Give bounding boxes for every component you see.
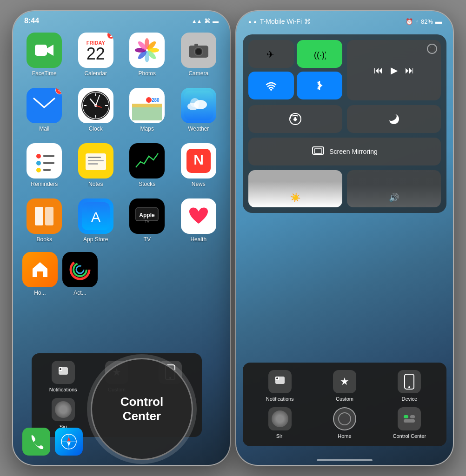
wifi-btn[interactable] — [248, 72, 294, 99]
battery-icon: ▬ — [213, 18, 219, 25]
context-custom-right[interactable]: Custom — [315, 370, 374, 402]
context-menu-right: Notifications Custom Device — [243, 363, 446, 446]
home-label-right: Home — [338, 433, 351, 439]
notifications-label-right: Notifications — [266, 396, 294, 402]
books-label: Books — [37, 236, 52, 243]
svg-rect-48 — [133, 147, 161, 175]
device-icon-right[interactable] — [398, 370, 421, 393]
volume-icon: 🔊 — [389, 192, 399, 203]
left-phone: 8:44 ▲▲ ⌘ ▬ FaceTime 1 Friday 22 Calenda… — [12, 10, 231, 466]
siri-icon[interactable] — [52, 398, 75, 421]
home-icon[interactable] — [22, 252, 58, 287]
airplane-mode-btn[interactable]: ✈ — [248, 40, 294, 68]
ff-btn[interactable]: ⏭ — [405, 65, 414, 76]
bluetooth-btn[interactable] — [297, 72, 342, 99]
app-grid-row4: Books A App Store Apple TV — [13, 193, 230, 248]
svg-text:((·)): ((·)) — [314, 50, 326, 60]
svg-rect-46 — [88, 160, 104, 161]
svg-text:TV: TV — [145, 219, 150, 224]
context-siri-right[interactable]: Siri — [250, 407, 309, 439]
safari-app-icon[interactable] — [55, 428, 83, 456]
brightness-slider[interactable]: ☀️ — [248, 170, 342, 207]
status-bar-right: ▲▲ T-Mobile Wi-Fi ⌘ ⏰ ↑ 82% ▬ — [236, 11, 453, 27]
svg-rect-92 — [410, 415, 415, 418]
context-siri[interactable]: Siri — [39, 398, 87, 430]
mail-label: Mail — [39, 126, 49, 132]
news-icon[interactable]: N — [181, 143, 216, 178]
mail-icon[interactable]: 4 — [27, 88, 62, 123]
rotation-lock-btn[interactable] — [248, 105, 342, 133]
calendar-icon[interactable]: 1 Friday 22 — [78, 33, 113, 68]
maps-icon[interactable]: 280 — [129, 88, 165, 123]
phone-app-icon[interactable] — [22, 428, 50, 456]
svg-point-64 — [73, 263, 87, 276]
cellular-btn[interactable]: ((·)) — [297, 40, 342, 68]
app-photos[interactable]: Photos — [125, 33, 169, 77]
play-btn[interactable]: ▶ — [391, 65, 398, 76]
cc-toggle-icon[interactable] — [398, 407, 421, 430]
app-news[interactable]: N News — [177, 143, 221, 187]
svg-point-88 — [276, 377, 278, 379]
tv-icon[interactable]: Apple TV — [129, 198, 165, 234]
health-icon[interactable] — [181, 198, 216, 234]
context-cc-right[interactable]: Control Center — [380, 407, 439, 439]
notifications-icon-right[interactable] — [268, 370, 292, 393]
svg-point-38 — [36, 161, 41, 165]
battery-icon-right: ▬ — [435, 18, 442, 25]
rewind-btn[interactable]: ⏮ — [374, 65, 383, 76]
svg-rect-14 — [194, 44, 198, 46]
app-reminders[interactable]: Reminders — [22, 143, 67, 187]
app-camera[interactable]: Camera — [177, 33, 221, 77]
health-label: Health — [190, 236, 206, 243]
app-tv[interactable]: Apple TV TV — [125, 198, 169, 243]
volume-slider[interactable]: 🔊 — [347, 170, 441, 207]
siri-sphere-right — [272, 410, 288, 427]
svg-rect-53 — [35, 207, 43, 225]
activity-icon[interactable] — [62, 252, 98, 287]
app-clock[interactable]: Clock — [74, 88, 118, 132]
notes-icon[interactable] — [78, 143, 113, 178]
app-weather[interactable]: Weather — [177, 88, 221, 132]
custom-label-right: Custom — [336, 396, 353, 402]
app-grid-row3: Reminders Notes S — [13, 138, 230, 193]
svg-rect-41 — [43, 162, 54, 164]
context-home-right[interactable]: Home — [315, 407, 374, 439]
media-controls[interactable]: ⬛ ⏮ ▶ ⏭ — [347, 40, 441, 100]
app-stocks[interactable]: Stocks — [125, 143, 169, 187]
svg-point-68 — [60, 368, 61, 370]
status-right: ⏰ ↑ 82% ▬ — [406, 18, 442, 25]
camera-icon[interactable] — [181, 33, 216, 68]
app-notes[interactable]: Notes — [74, 143, 118, 187]
facetime-icon[interactable] — [27, 33, 62, 68]
home-button-icon[interactable] — [333, 407, 356, 430]
app-activity-partial[interactable]: Act... — [62, 252, 98, 296]
screen-mirroring-btn[interactable]: Screen Mirroring — [248, 138, 441, 165]
siri-label-right: Siri — [276, 433, 284, 439]
stocks-icon[interactable] — [129, 143, 165, 178]
reminders-icon[interactable] — [27, 143, 62, 178]
books-icon[interactable] — [27, 198, 62, 234]
weather-icon[interactable] — [181, 88, 216, 123]
context-device-right[interactable]: Device — [380, 370, 439, 402]
app-books[interactable]: Books — [22, 198, 67, 243]
clock-icon[interactable] — [78, 88, 113, 123]
app-appstore[interactable]: A App Store — [74, 198, 118, 243]
app-maps[interactable]: 280 Maps — [125, 88, 169, 132]
context-notifications[interactable]: Notifications — [39, 361, 87, 392]
photos-icon[interactable] — [129, 33, 165, 68]
svg-rect-45 — [88, 157, 101, 158]
cc-circle-left[interactable]: Control Center — [91, 358, 193, 460]
appstore-icon[interactable]: A — [78, 198, 113, 234]
context-notifications-right[interactable]: Notifications — [250, 370, 309, 402]
notifications-context-icon[interactable] — [52, 361, 75, 384]
app-calendar[interactable]: 1 Friday 22 Calendar — [74, 33, 118, 77]
app-health[interactable]: Health — [177, 198, 221, 243]
do-not-disturb-btn[interactable] — [347, 105, 441, 133]
siri-icon-right[interactable] — [268, 407, 292, 430]
app-home-partial[interactable]: Ho... — [22, 252, 58, 296]
app-facetime[interactable]: FaceTime — [22, 33, 67, 77]
custom-icon-right[interactable] — [333, 370, 356, 393]
app-mail[interactable]: 4 Mail — [22, 88, 67, 132]
connectivity-grid: ✈ ((·)) — [248, 40, 342, 100]
dock-left — [22, 428, 83, 456]
